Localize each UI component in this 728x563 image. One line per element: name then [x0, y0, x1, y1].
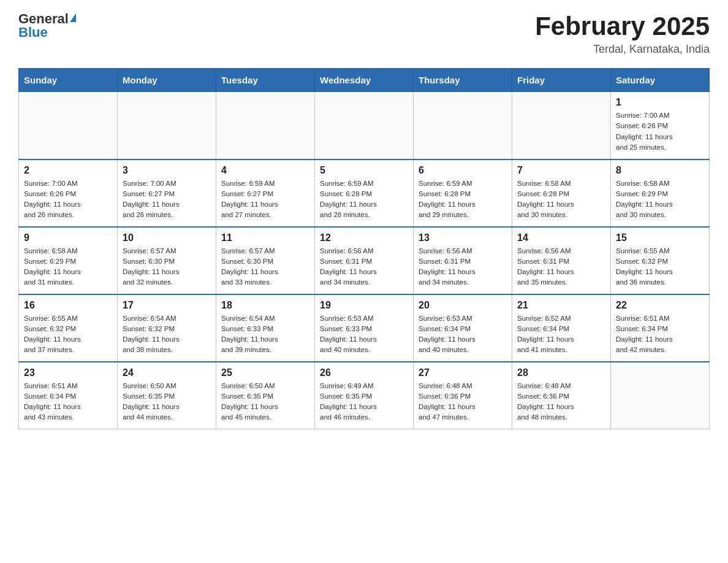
day-number: 20 — [419, 300, 507, 311]
logo-blue-text: Blue — [18, 26, 48, 39]
day-info: Sunrise: 6:59 AMSunset: 6:28 PMDaylight:… — [320, 178, 408, 221]
day-info: Sunrise: 6:51 AMSunset: 6:34 PMDaylight:… — [24, 381, 112, 423]
calendar-cell: 24Sunrise: 6:50 AMSunset: 6:35 PMDayligh… — [118, 362, 216, 429]
day-info: Sunrise: 6:51 AMSunset: 6:34 PMDaylight:… — [616, 313, 704, 356]
day-info: Sunrise: 6:57 AMSunset: 6:30 PMDaylight:… — [221, 246, 309, 288]
day-number: 8 — [616, 165, 704, 176]
calendar-cell — [118, 92, 216, 159]
calendar-table: SundayMondayTuesdayWednesdayThursdayFrid… — [18, 68, 710, 429]
day-info: Sunrise: 6:56 AMSunset: 6:31 PMDaylight:… — [320, 246, 408, 288]
calendar-cell: 4Sunrise: 6:59 AMSunset: 6:27 PMDaylight… — [216, 159, 315, 227]
logo-general-text: General — [18, 12, 76, 26]
day-info: Sunrise: 6:58 AMSunset: 6:29 PMDaylight:… — [616, 178, 704, 221]
day-number: 26 — [320, 367, 408, 378]
calendar-cell: 27Sunrise: 6:48 AMSunset: 6:36 PMDayligh… — [414, 362, 512, 429]
month-title: February 2025 — [535, 12, 710, 40]
calendar-week-row: 16Sunrise: 6:55 AMSunset: 6:32 PMDayligh… — [19, 294, 710, 362]
calendar-cell — [414, 92, 512, 159]
weekday-header-friday: Friday — [512, 69, 611, 92]
calendar-cell: 19Sunrise: 6:53 AMSunset: 6:33 PMDayligh… — [315, 294, 414, 362]
day-info: Sunrise: 6:49 AMSunset: 6:35 PMDaylight:… — [320, 381, 408, 423]
day-number: 22 — [616, 300, 704, 311]
day-info: Sunrise: 6:48 AMSunset: 6:36 PMDaylight:… — [419, 381, 507, 423]
day-info: Sunrise: 6:59 AMSunset: 6:28 PMDaylight:… — [419, 178, 507, 221]
calendar-cell — [512, 92, 611, 159]
calendar-cell — [315, 92, 414, 159]
calendar-cell: 5Sunrise: 6:59 AMSunset: 6:28 PMDaylight… — [315, 159, 414, 227]
day-number: 18 — [221, 300, 309, 311]
day-number: 2 — [24, 165, 112, 176]
calendar-cell — [216, 92, 315, 159]
day-info: Sunrise: 6:55 AMSunset: 6:32 PMDaylight:… — [24, 313, 112, 356]
day-number: 1 — [616, 97, 704, 108]
weekday-header-thursday: Thursday — [414, 69, 512, 92]
day-number: 11 — [221, 232, 309, 243]
calendar-cell: 23Sunrise: 6:51 AMSunset: 6:34 PMDayligh… — [19, 362, 118, 429]
day-number: 15 — [616, 232, 704, 243]
weekday-header-saturday: Saturday — [611, 69, 710, 92]
day-number: 9 — [24, 232, 112, 243]
weekday-header-wednesday: Wednesday — [315, 69, 414, 92]
day-info: Sunrise: 6:57 AMSunset: 6:30 PMDaylight:… — [123, 246, 211, 288]
calendar-week-row: 23Sunrise: 6:51 AMSunset: 6:34 PMDayligh… — [19, 362, 710, 429]
calendar-header-row: SundayMondayTuesdayWednesdayThursdayFrid… — [19, 69, 710, 92]
day-number: 14 — [517, 232, 605, 243]
calendar-cell: 12Sunrise: 6:56 AMSunset: 6:31 PMDayligh… — [315, 227, 414, 294]
calendar-cell: 22Sunrise: 6:51 AMSunset: 6:34 PMDayligh… — [611, 294, 710, 362]
day-number: 10 — [123, 232, 211, 243]
day-info: Sunrise: 6:50 AMSunset: 6:35 PMDaylight:… — [123, 381, 211, 423]
weekday-header-monday: Monday — [118, 69, 216, 92]
calendar-cell: 10Sunrise: 6:57 AMSunset: 6:30 PMDayligh… — [118, 227, 216, 294]
weekday-header-tuesday: Tuesday — [216, 69, 315, 92]
calendar-cell: 11Sunrise: 6:57 AMSunset: 6:30 PMDayligh… — [216, 227, 315, 294]
day-number: 4 — [221, 165, 309, 176]
calendar-cell: 16Sunrise: 6:55 AMSunset: 6:32 PMDayligh… — [19, 294, 118, 362]
day-number: 13 — [419, 232, 507, 243]
day-info: Sunrise: 6:56 AMSunset: 6:31 PMDaylight:… — [517, 246, 605, 288]
calendar-cell: 25Sunrise: 6:50 AMSunset: 6:35 PMDayligh… — [216, 362, 315, 429]
day-info: Sunrise: 6:50 AMSunset: 6:35 PMDaylight:… — [221, 381, 309, 423]
calendar-cell: 1Sunrise: 7:00 AMSunset: 6:26 PMDaylight… — [611, 92, 710, 159]
calendar-cell: 28Sunrise: 6:48 AMSunset: 6:36 PMDayligh… — [512, 362, 611, 429]
calendar-cell: 18Sunrise: 6:54 AMSunset: 6:33 PMDayligh… — [216, 294, 315, 362]
calendar-cell: 3Sunrise: 7:00 AMSunset: 6:27 PMDaylight… — [118, 159, 216, 227]
day-number: 27 — [419, 367, 507, 378]
day-number: 24 — [123, 367, 211, 378]
day-number: 3 — [123, 165, 211, 176]
day-info: Sunrise: 6:54 AMSunset: 6:33 PMDaylight:… — [221, 313, 309, 356]
day-number: 17 — [123, 300, 211, 311]
day-info: Sunrise: 7:00 AMSunset: 6:26 PMDaylight:… — [616, 110, 704, 153]
day-number: 21 — [517, 300, 605, 311]
title-area: February 2025 Terdal, Karnataka, India — [535, 12, 710, 56]
day-info: Sunrise: 7:00 AMSunset: 6:27 PMDaylight:… — [123, 178, 211, 221]
calendar-cell: 26Sunrise: 6:49 AMSunset: 6:35 PMDayligh… — [315, 362, 414, 429]
calendar-cell: 21Sunrise: 6:52 AMSunset: 6:34 PMDayligh… — [512, 294, 611, 362]
day-info: Sunrise: 6:56 AMSunset: 6:31 PMDaylight:… — [419, 246, 507, 288]
day-info: Sunrise: 6:48 AMSunset: 6:36 PMDaylight:… — [517, 381, 605, 423]
calendar-week-row: 9Sunrise: 6:58 AMSunset: 6:29 PMDaylight… — [19, 227, 710, 294]
logo: General Blue — [18, 12, 76, 39]
day-info: Sunrise: 6:53 AMSunset: 6:33 PMDaylight:… — [320, 313, 408, 356]
day-number: 25 — [221, 367, 309, 378]
calendar-week-row: 2Sunrise: 7:00 AMSunset: 6:26 PMDaylight… — [19, 159, 710, 227]
day-number: 16 — [24, 300, 112, 311]
day-info: Sunrise: 6:54 AMSunset: 6:32 PMDaylight:… — [123, 313, 211, 356]
calendar-cell: 8Sunrise: 6:58 AMSunset: 6:29 PMDaylight… — [611, 159, 710, 227]
calendar-cell: 6Sunrise: 6:59 AMSunset: 6:28 PMDaylight… — [414, 159, 512, 227]
calendar-cell — [19, 92, 118, 159]
calendar-week-row: 1Sunrise: 7:00 AMSunset: 6:26 PMDaylight… — [19, 92, 710, 159]
calendar-cell: 15Sunrise: 6:55 AMSunset: 6:32 PMDayligh… — [611, 227, 710, 294]
day-number: 19 — [320, 300, 408, 311]
calendar-cell: 14Sunrise: 6:56 AMSunset: 6:31 PMDayligh… — [512, 227, 611, 294]
calendar-cell: 13Sunrise: 6:56 AMSunset: 6:31 PMDayligh… — [414, 227, 512, 294]
day-info: Sunrise: 6:52 AMSunset: 6:34 PMDaylight:… — [517, 313, 605, 356]
page-header: General Blue February 2025 Terdal, Karna… — [18, 12, 710, 56]
calendar-cell: 17Sunrise: 6:54 AMSunset: 6:32 PMDayligh… — [118, 294, 216, 362]
weekday-header-sunday: Sunday — [19, 69, 118, 92]
location-text: Terdal, Karnataka, India — [535, 43, 710, 56]
logo-triangle-icon — [70, 13, 76, 22]
calendar-cell: 2Sunrise: 7:00 AMSunset: 6:26 PMDaylight… — [19, 159, 118, 227]
calendar-cell: 7Sunrise: 6:58 AMSunset: 6:28 PMDaylight… — [512, 159, 611, 227]
day-info: Sunrise: 6:58 AMSunset: 6:29 PMDaylight:… — [24, 246, 112, 288]
day-number: 23 — [24, 367, 112, 378]
